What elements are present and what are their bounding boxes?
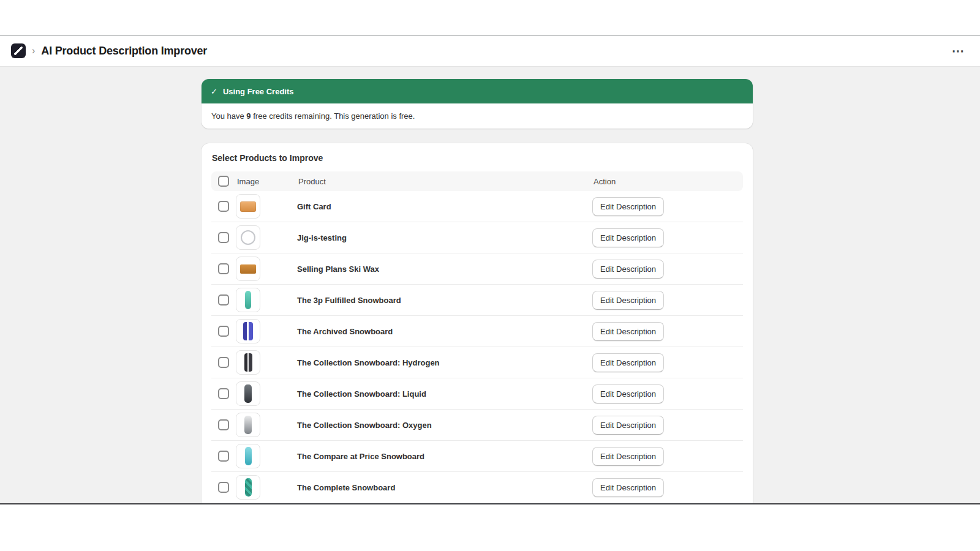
product-thumbnail <box>236 475 260 500</box>
product-name: The 3p Fulfilled Snowboard <box>297 296 401 305</box>
table-row: The Collection Snowboard: Oxygen Edit De… <box>211 410 743 441</box>
banner-body-text-suffix: free credits remaining. This generation … <box>251 111 415 121</box>
banner-header: ✓ Using Free Credits <box>202 79 753 103</box>
product-name: The Complete Snowboard <box>297 483 395 492</box>
app-logo-icon <box>11 43 26 58</box>
table-row: The Archived Snowboard Edit Description <box>211 316 743 347</box>
column-header-image: Image <box>236 177 297 186</box>
card-title: Select Products to Improve <box>212 153 743 163</box>
banner-body: You have 9 free credits remaining. This … <box>202 103 753 129</box>
row-checkbox[interactable] <box>218 232 229 243</box>
product-name: Selling Plans Ski Wax <box>297 264 379 274</box>
product-image <box>244 416 252 434</box>
product-image <box>245 291 251 309</box>
product-thumbnail <box>236 225 260 250</box>
product-thumbnail <box>236 413 260 437</box>
select-products-card: Select Products to Improve Image Product… <box>202 143 753 504</box>
column-header-product: Product <box>297 177 592 186</box>
product-thumbnail <box>236 319 260 343</box>
edit-description-button[interactable]: Edit Description <box>592 228 664 247</box>
row-checkbox[interactable] <box>218 201 229 212</box>
breadcrumb-chevron-icon: › <box>32 46 35 56</box>
product-image <box>245 478 252 497</box>
product-thumbnail <box>236 288 260 312</box>
table-row: Gift Card Edit Description <box>211 191 743 222</box>
product-thumbnail <box>236 257 260 281</box>
table-row: The Collection Snowboard: Liquid Edit De… <box>211 378 743 410</box>
product-name: Jig-is-testing <box>297 233 347 242</box>
page-title: AI Product Description Improver <box>41 45 207 58</box>
product-thumbnail <box>236 194 260 219</box>
product-thumbnail <box>236 444 260 468</box>
table-row: The 3p Fulfilled Snowboard Edit Descript… <box>211 285 743 316</box>
edit-description-button[interactable]: Edit Description <box>592 353 664 372</box>
product-image <box>245 447 252 465</box>
product-name: The Compare at Price Snowboard <box>297 452 424 461</box>
table-header-row: Image Product Action <box>211 171 743 191</box>
table-row: Selling Plans Ski Wax Edit Description <box>211 253 743 285</box>
credits-count: 9 <box>246 111 251 121</box>
product-name: The Collection Snowboard: Liquid <box>297 389 426 399</box>
check-icon: ✓ <box>211 87 217 96</box>
product-name: The Collection Snowboard: Oxygen <box>297 421 432 430</box>
app-header: › AI Product Description Improver ⋯ <box>0 35 980 67</box>
product-thumbnail <box>236 381 260 406</box>
admin-top-strip <box>0 0 980 35</box>
product-name: Gift Card <box>297 202 331 211</box>
table-row: The Collection Snowboard: Hydrogen Edit … <box>211 347 743 378</box>
product-image <box>244 384 252 403</box>
product-name: The Collection Snowboard: Hydrogen <box>297 358 440 367</box>
free-credits-banner: ✓ Using Free Credits You have 9 free cre… <box>202 79 753 129</box>
row-checkbox[interactable] <box>218 451 229 462</box>
app-content-area: ✓ Using Free Credits You have 9 free cre… <box>0 67 980 504</box>
row-checkbox[interactable] <box>218 357 229 368</box>
product-name: The Archived Snowboard <box>297 327 393 336</box>
product-thumbnail <box>236 350 260 375</box>
row-checkbox[interactable] <box>218 326 229 337</box>
edit-description-button[interactable]: Edit Description <box>592 416 664 435</box>
edit-description-button[interactable]: Edit Description <box>592 260 664 279</box>
edit-description-button[interactable]: Edit Description <box>592 447 664 466</box>
edit-description-button[interactable]: Edit Description <box>592 322 664 341</box>
product-image <box>240 264 256 274</box>
product-image <box>241 230 255 245</box>
row-checkbox[interactable] <box>218 388 229 399</box>
row-checkbox[interactable] <box>218 419 229 430</box>
more-actions-button[interactable]: ⋯ <box>947 42 969 59</box>
edit-description-button[interactable]: Edit Description <box>592 384 664 403</box>
row-checkbox[interactable] <box>218 263 229 274</box>
edit-description-button[interactable]: Edit Description <box>592 197 664 216</box>
product-image <box>244 353 252 372</box>
admin-bottom-strip <box>0 504 980 550</box>
edit-description-button[interactable]: Edit Description <box>592 478 664 497</box>
column-header-action: Action <box>592 177 743 186</box>
banner-title: Using Free Credits <box>223 87 294 96</box>
select-all-checkbox[interactable] <box>218 176 229 187</box>
product-image <box>243 322 253 340</box>
table-row: The Complete Snowboard Edit Description <box>211 472 743 503</box>
row-checkbox[interactable] <box>218 294 229 305</box>
table-row: The Compare at Price Snowboard Edit Desc… <box>211 441 743 472</box>
edit-description-button[interactable]: Edit Description <box>592 291 664 310</box>
table-row: Jig-is-testing Edit Description <box>211 222 743 253</box>
banner-body-text-prefix: You have <box>211 111 246 121</box>
product-image <box>240 201 256 212</box>
row-checkbox[interactable] <box>218 482 229 493</box>
